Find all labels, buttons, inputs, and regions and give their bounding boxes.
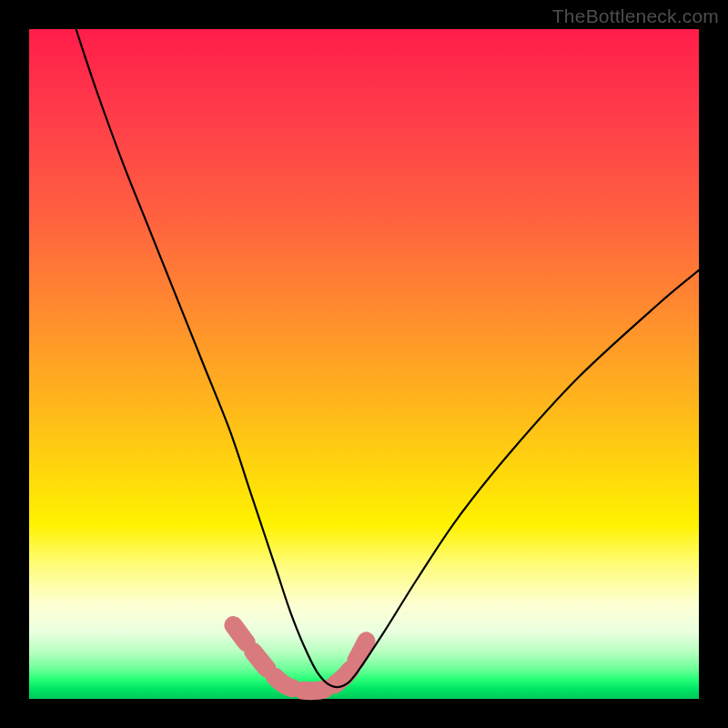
bottleneck-curve <box>76 29 699 687</box>
chart-svg <box>29 29 699 699</box>
chart-stage: TheBottleneck.com <box>0 0 728 728</box>
watermark-text: TheBottleneck.com <box>552 5 719 27</box>
plot-area <box>29 29 699 699</box>
